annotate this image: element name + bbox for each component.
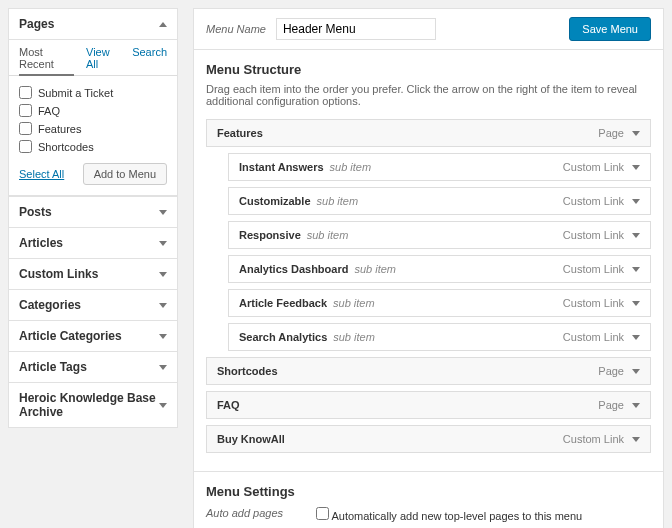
auto-add-option[interactable]: Automatically add new top-level pages to… [316, 507, 582, 522]
menu-item[interactable]: Customizablesub itemCustom Link [228, 187, 651, 215]
chevron-down-icon [632, 437, 640, 442]
menu-item[interactable]: Responsivesub itemCustom Link [228, 221, 651, 249]
panel-article-tags[interactable]: Article Tags [8, 351, 178, 383]
chevron-down-icon [159, 241, 167, 246]
add-to-menu-button[interactable]: Add to Menu [83, 163, 167, 185]
chevron-down-icon [159, 210, 167, 215]
save-menu-button[interactable]: Save Menu [569, 17, 651, 41]
chevron-down-icon [159, 303, 167, 308]
auto-add-label: Auto add pages [206, 507, 296, 522]
chevron-down-icon [159, 365, 167, 370]
chevron-down-icon [632, 403, 640, 408]
page-item[interactable]: Features [19, 122, 167, 135]
chevron-down-icon [632, 131, 640, 136]
main: Menu Name Save Menu Menu Structure Drag … [193, 8, 664, 528]
panel-custom-links[interactable]: Custom Links [8, 258, 178, 290]
chevron-down-icon [159, 334, 167, 339]
chevron-down-icon [632, 165, 640, 170]
chevron-down-icon [632, 199, 640, 204]
panel-article-categories[interactable]: Article Categories [8, 320, 178, 352]
tab-view-all[interactable]: View All [86, 46, 120, 71]
menu-item[interactable]: FeaturesPage [206, 119, 651, 147]
menu-item[interactable]: FAQPage [206, 391, 651, 419]
chevron-down-icon [159, 403, 167, 408]
tab-search[interactable]: Search [132, 46, 167, 71]
chevron-down-icon [632, 301, 640, 306]
menu-item[interactable]: Article Feedbacksub itemCustom Link [228, 289, 651, 317]
page-item[interactable]: Shortcodes [19, 140, 167, 153]
select-all-link[interactable]: Select All [19, 168, 64, 180]
page-item[interactable]: FAQ [19, 104, 167, 117]
panel-categories[interactable]: Categories [8, 289, 178, 321]
chevron-down-icon [632, 267, 640, 272]
menu-name-input[interactable] [276, 18, 436, 40]
menu-item[interactable]: Search Analyticssub itemCustom Link [228, 323, 651, 351]
menu-item[interactable]: Instant Answerssub itemCustom Link [228, 153, 651, 181]
panel-heroic-knowledge-base-archive[interactable]: Heroic Knowledge Base Archive [8, 382, 178, 428]
menu-settings-title: Menu Settings [206, 484, 651, 499]
menu-name-label: Menu Name [206, 23, 266, 35]
chevron-down-icon [632, 233, 640, 238]
menu-structure-title: Menu Structure [206, 62, 651, 77]
panel-posts[interactable]: Posts [8, 196, 178, 228]
tab-most-recent[interactable]: Most Recent [19, 46, 74, 76]
menu-item[interactable]: Buy KnowAllCustom Link [206, 425, 651, 453]
page-item[interactable]: Submit a Ticket [19, 86, 167, 99]
chevron-down-icon [632, 335, 640, 340]
menu-item[interactable]: ShortcodesPage [206, 357, 651, 385]
sidebar: Pages Most Recent View All Search Submit… [8, 8, 178, 528]
menu-item[interactable]: Analytics Dashboardsub itemCustom Link [228, 255, 651, 283]
structure-hint: Drag each item into the order you prefer… [206, 83, 651, 107]
panel-pages[interactable]: Pages [8, 8, 178, 40]
chevron-up-icon [159, 22, 167, 27]
chevron-down-icon [632, 369, 640, 374]
panel-articles[interactable]: Articles [8, 227, 178, 259]
chevron-down-icon [159, 272, 167, 277]
